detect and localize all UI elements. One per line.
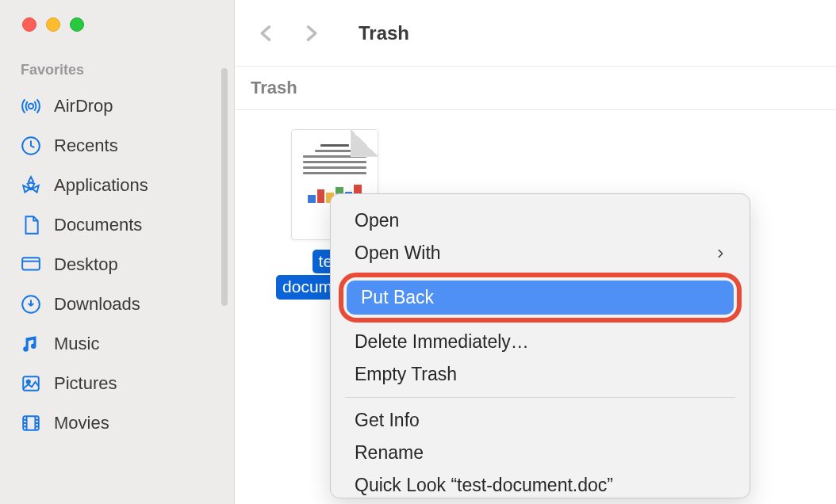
- svg-point-5: [27, 380, 30, 384]
- window-controls: [0, 0, 234, 32]
- menu-item-label: Quick Look “test-document.doc”: [355, 475, 613, 496]
- nav-back-button[interactable]: [255, 17, 278, 49]
- movies-icon: [21, 413, 41, 433]
- pictures-icon: [21, 373, 41, 394]
- music-icon: [21, 334, 41, 354]
- airdrop-icon: [21, 96, 41, 116]
- menu-delete-immediately[interactable]: Delete Immediately…: [331, 326, 750, 358]
- sidebar-item-label: AirDrop: [54, 96, 113, 116]
- menu-open-with[interactable]: Open With: [331, 237, 750, 269]
- menu-empty-trash[interactable]: Empty Trash: [331, 358, 750, 391]
- sidebar: Favorites AirDrop Recents Applications: [0, 0, 235, 504]
- close-window-button[interactable]: [22, 17, 36, 32]
- sidebar-item-pictures[interactable]: Pictures: [8, 364, 226, 403]
- toolbar-title: Trash: [359, 22, 409, 44]
- sidebar-item-label: Downloads: [54, 294, 140, 315]
- minimize-window-button[interactable]: [46, 17, 60, 32]
- menu-item-label: Open: [355, 210, 399, 231]
- menu-item-label: Open With: [355, 242, 441, 264]
- sidebar-item-documents[interactable]: Documents: [8, 205, 226, 245]
- fullscreen-window-button[interactable]: [70, 17, 84, 32]
- sidebar-item-recents[interactable]: Recents: [8, 126, 226, 166]
- sidebar-item-applications[interactable]: Applications: [8, 166, 226, 205]
- menu-get-info[interactable]: Get Info: [331, 404, 750, 437]
- menu-item-label: Empty Trash: [355, 364, 457, 385]
- sidebar-item-label: Movies: [54, 413, 109, 433]
- sidebar-item-label: Music: [54, 334, 99, 354]
- sidebar-favorites-list: AirDrop Recents Applications Documents: [0, 86, 234, 443]
- menu-open[interactable]: Open: [331, 202, 750, 237]
- sidebar-item-label: Recents: [54, 136, 118, 156]
- menu-separator: [345, 397, 735, 398]
- sidebar-item-downloads[interactable]: Downloads: [8, 284, 226, 324]
- document-icon: [21, 215, 41, 235]
- sidebar-item-movies[interactable]: Movies: [8, 403, 226, 443]
- menu-quick-look[interactable]: Quick Look “test-document.doc”: [331, 469, 750, 498]
- highlight-annotation: Put Back: [339, 273, 742, 323]
- sidebar-item-label: Documents: [54, 215, 142, 235]
- svg-rect-2: [22, 258, 40, 269]
- sidebar-item-airdrop[interactable]: AirDrop: [8, 86, 226, 126]
- sidebar-item-label: Desktop: [54, 254, 118, 275]
- context-menu: Open Open With Put Back Delete Immediate…: [330, 193, 750, 498]
- sidebar-item-label: Pictures: [54, 373, 117, 394]
- desktop-icon: [21, 254, 41, 275]
- toolbar: Trash: [235, 0, 836, 67]
- sidebar-section-title: Favorites: [0, 32, 234, 86]
- path-bar: Trash: [235, 67, 836, 110]
- menu-item-label: Delete Immediately…: [355, 331, 529, 353]
- menu-put-back[interactable]: Put Back: [347, 281, 734, 315]
- finder-window: Favorites AirDrop Recents Applications: [0, 0, 836, 504]
- menu-item-label: Get Info: [355, 410, 420, 431]
- sidebar-item-label: Applications: [54, 175, 148, 196]
- sidebar-item-desktop[interactable]: Desktop: [8, 245, 226, 284]
- clock-icon: [21, 136, 41, 156]
- download-icon: [21, 294, 41, 315]
- svg-point-0: [29, 104, 34, 109]
- menu-item-label: Rename: [355, 442, 424, 464]
- menu-rename[interactable]: Rename: [331, 437, 750, 469]
- applications-icon: [21, 175, 41, 196]
- sidebar-scrollbar[interactable]: [221, 68, 228, 306]
- nav-forward-button[interactable]: [300, 17, 322, 49]
- sidebar-item-music[interactable]: Music: [8, 324, 226, 364]
- menu-item-label: Put Back: [361, 287, 434, 307]
- chevron-right-icon: [715, 245, 726, 262]
